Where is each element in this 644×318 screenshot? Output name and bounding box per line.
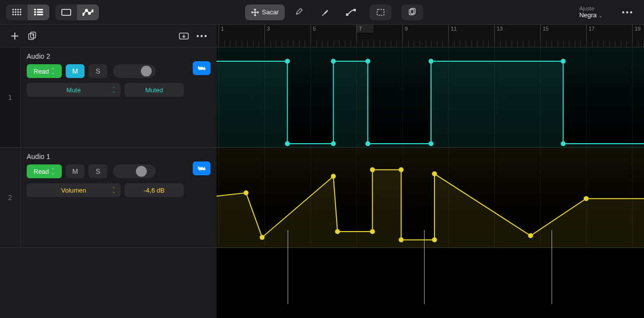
track-waveform-button[interactable] [193,161,211,175]
automation-param-select[interactable]: Mute ⌃⌄ [27,83,121,97]
view-grid-button[interactable] [6,4,28,20]
chevron-updown-icon: ⌃⌄ [112,87,116,92]
ruler-tick-major: 13 [494,25,505,47]
pan-slider[interactable] [113,64,156,78]
select-tool-button[interactable] [370,4,391,20]
svg-rect-9 [15,14,16,15]
automation-node[interactable] [561,141,566,146]
svg-rect-3 [20,9,21,10]
svg-rect-5 [15,11,16,13]
solo-button[interactable]: S [88,164,107,178]
track-waveform-button[interactable] [193,61,211,75]
svg-rect-25 [377,9,384,15]
move-icon [251,8,259,16]
svg-point-35 [201,35,203,37]
automation-node[interactable] [399,167,404,172]
pan-slider[interactable] [113,164,156,178]
automation-node[interactable] [432,171,437,176]
track-name: Audio 2 [27,52,211,60]
svg-rect-13 [37,9,43,10]
mute-button[interactable]: M [66,164,85,178]
automation-node[interactable] [365,59,370,64]
automation-node[interactable] [429,141,433,146]
svg-rect-0 [12,9,14,10]
sacar-button[interactable]: Sacar [245,4,285,20]
svg-point-28 [622,11,624,13]
svg-rect-2 [17,9,19,10]
svg-point-36 [205,35,207,37]
curve-tool-button[interactable] [340,4,362,20]
automation-node[interactable] [331,174,336,179]
svg-rect-1 [15,9,16,10]
chevron-updown-icon: ⌃⌄ [51,69,55,74]
automation-node[interactable] [370,167,375,172]
add-track-button[interactable] [6,27,24,45]
automation-node[interactable] [528,233,533,238]
track-header-2[interactable]: 2 Audio 1 Read ⌃⌄ M S Volumen ⌃⌄ -4,6 dB [0,148,216,248]
svg-rect-4 [12,11,14,13]
svg-point-24 [354,9,356,11]
mute-button[interactable]: M [66,64,85,78]
svg-rect-17 [37,14,43,15]
automation-mode-select[interactable]: Read ⌃⌄ [27,64,62,78]
svg-point-34 [197,35,199,37]
automation-node[interactable] [285,141,290,146]
automation-node[interactable] [259,235,264,240]
view-automation-button[interactable] [77,4,99,20]
automation-node[interactable] [561,59,566,64]
track-name: Audio 1 [27,153,211,160]
svg-point-29 [626,11,628,13]
automation-node[interactable] [365,141,370,146]
ruler-tick-major: 11 [448,25,459,47]
automation-lane-mute[interactable] [216,47,644,148]
track-more-button[interactable] [193,27,211,45]
chevron-updown-icon: ⌃⌄ [112,188,116,193]
svg-point-21 [88,12,90,14]
svg-rect-6 [17,11,19,13]
svg-rect-14 [34,11,36,13]
track-header-1[interactable]: 1 Audio 2 Read ⌃⌄ M S Mute ⌃⌄ Muted [0,47,216,148]
track-index: 1 [0,47,21,147]
automation-node[interactable] [584,196,589,201]
automation-param-value[interactable]: Muted [125,83,184,97]
pencil-tool-button[interactable] [289,4,310,20]
duplicate-track-button[interactable] [24,27,42,45]
automation-node[interactable] [331,141,336,146]
svg-point-22 [92,10,93,12]
track-index: 2 [0,148,21,247]
automation-node[interactable] [370,229,375,234]
svg-point-23 [346,14,348,16]
top-toolbar: Sacar Ajuste Negra ⌄ [0,0,644,25]
automation-lane-volume[interactable] [216,148,644,248]
automation-node[interactable] [335,229,340,234]
svg-rect-10 [17,14,19,15]
automation-node[interactable] [429,59,433,64]
automation-node[interactable] [432,238,437,242]
snap-setting[interactable]: Ajuste Negra ⌄ [579,5,602,19]
solo-button[interactable]: S [88,64,107,78]
brush-tool-button[interactable] [314,4,336,20]
svg-rect-7 [20,11,21,13]
svg-rect-15 [37,11,43,13]
chevron-updown-icon: ⌃⌄ [51,169,55,174]
svg-point-19 [83,13,84,15]
automation-area[interactable] [216,47,644,318]
automation-node[interactable] [399,238,404,242]
ruler-tick-major: 15 [540,25,551,47]
import-button[interactable] [175,27,193,45]
automation-param-select[interactable]: Volumen ⌃⌄ [27,183,121,197]
automation-node[interactable] [331,59,336,64]
automation-param-value[interactable]: -4,6 dB [125,183,184,197]
more-menu-button[interactable] [616,11,638,14]
svg-point-30 [630,11,632,13]
svg-rect-16 [34,14,36,15]
copy-tool-button[interactable] [401,4,423,20]
view-list-button[interactable] [28,4,49,20]
cycle-region[interactable] [356,25,374,33]
timeline-ruler[interactable]: 135791113151719 [216,25,644,47]
automation-mode-select[interactable]: Read ⌃⌄ [27,164,62,178]
automation-node[interactable] [244,190,249,195]
svg-point-20 [86,9,87,11]
automation-node[interactable] [285,59,290,64]
view-region-button[interactable] [55,4,77,20]
